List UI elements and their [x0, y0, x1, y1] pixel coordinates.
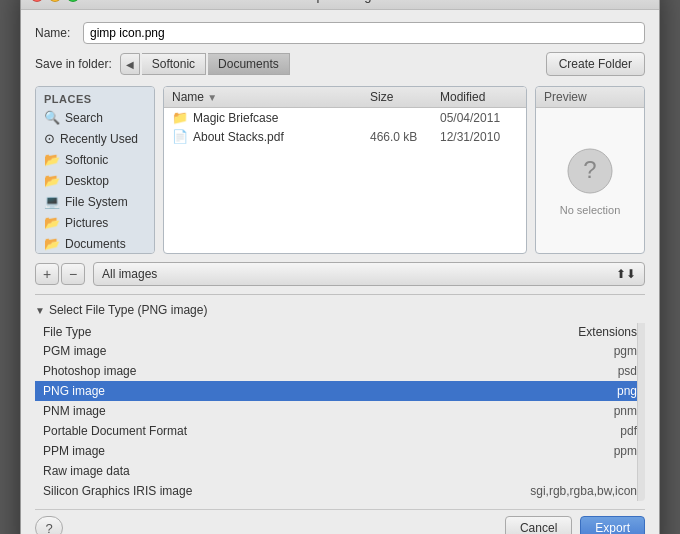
desktop-icon: 📂	[44, 173, 60, 188]
filetype-name: Raw image data	[35, 461, 385, 481]
filetype-name: Silicon Graphics IRIS image	[35, 481, 385, 501]
filetype-ext	[385, 461, 645, 481]
column-modified: Modified	[436, 90, 526, 104]
places-item-recently-used[interactable]: ⊙ Recently Used	[36, 128, 154, 149]
save-in-folder-label: Save in folder:	[35, 57, 112, 71]
export-image-dialog: Export Image Name: Save in folder: ◀ Sof…	[20, 0, 660, 534]
places-item-desktop[interactable]: 📂 Desktop	[36, 170, 154, 191]
filter-label: All images	[102, 267, 157, 281]
filetype-ext: psd	[385, 361, 645, 381]
maximize-button[interactable]	[67, 0, 79, 2]
add-remove-buttons: + −	[35, 263, 85, 285]
filetype-ext: pnm	[385, 401, 645, 421]
scrollbar[interactable]	[637, 323, 645, 501]
footer-buttons: Cancel Export	[505, 516, 645, 534]
table-row[interactable]: Photoshop image psd	[35, 361, 645, 381]
window-title: Export Image	[301, 0, 378, 3]
filetype-ext: sgi,rgb,rgba,bw,icon	[385, 481, 645, 501]
window-controls	[31, 0, 79, 2]
breadcrumb-softonic[interactable]: Softonic	[142, 53, 206, 75]
preview-panel: Preview ? No selection	[535, 86, 645, 254]
pdf-icon: 📄	[172, 129, 188, 144]
places-item-filesystem-label: File System	[65, 195, 128, 209]
sort-icon: ▼	[207, 92, 217, 103]
remove-bookmark-button[interactable]: −	[61, 263, 85, 285]
recently-used-icon: ⊙	[44, 131, 55, 146]
breadcrumb-documents[interactable]: Documents	[208, 53, 290, 75]
places-item-softonic[interactable]: 📂 Softonic	[36, 149, 154, 170]
preview-title: Preview	[536, 87, 644, 108]
preview-placeholder-icon: ?	[565, 146, 615, 196]
name-row: Name:	[35, 22, 645, 44]
filter-dropdown[interactable]: All images ⬆⬇	[93, 262, 645, 286]
files-panel: Name ▼ Size Modified 📁 Magic Briefcase 0…	[163, 86, 527, 254]
filetype-name: PPM image	[35, 441, 385, 461]
create-folder-button[interactable]: Create Folder	[546, 52, 645, 76]
filetype-name: PNM image	[35, 401, 385, 421]
file-size: 466.0 kB	[366, 130, 436, 144]
save-row: Save in folder: ◀ Softonic Documents Cre…	[35, 52, 645, 76]
help-button[interactable]: ?	[35, 516, 63, 534]
filetype-table: File Type Extensions PGM image pgm Photo…	[35, 323, 645, 501]
minimize-button[interactable]	[49, 0, 61, 2]
table-row[interactable]: 📁 Magic Briefcase 05/04/2011	[164, 108, 526, 127]
column-name: Name ▼	[164, 90, 366, 104]
preview-body: ? No selection	[536, 108, 644, 253]
table-row[interactable]: Portable Document Format pdf	[35, 421, 645, 441]
footer: ? Cancel Export	[35, 509, 645, 534]
places-panel: Places 🔍 Search ⊙ Recently Used 📂 Softon…	[35, 86, 155, 254]
files-header: Name ▼ Size Modified	[164, 87, 526, 108]
file-name: Magic Briefcase	[193, 111, 278, 125]
file-modified: 12/31/2010	[436, 130, 526, 144]
triangle-icon: ▼	[35, 305, 45, 316]
filetype-toggle-label: Select File Type (PNG image)	[49, 303, 208, 317]
name-label: Name:	[35, 26, 75, 40]
places-item-filesystem[interactable]: 💻 File System	[36, 191, 154, 212]
filetype-name: PNG image	[35, 381, 385, 401]
table-row[interactable]: PPM image ppm	[35, 441, 645, 461]
filetype-ext: png	[385, 381, 645, 401]
file-name: About Stacks.pdf	[193, 130, 284, 144]
export-button[interactable]: Export	[580, 516, 645, 534]
filetype-name: PGM image	[35, 341, 385, 361]
cancel-button[interactable]: Cancel	[505, 516, 572, 534]
table-row[interactable]: PNG image png	[35, 381, 645, 401]
filesystem-icon: 💻	[44, 194, 60, 209]
places-item-recently-used-label: Recently Used	[60, 132, 138, 146]
filetype-section: ▼ Select File Type (PNG image) File Type…	[35, 303, 645, 501]
dropdown-arrow-icon: ⬆⬇	[616, 267, 636, 281]
column-size: Size	[366, 90, 436, 104]
table-row[interactable]: PNM image pnm	[35, 401, 645, 421]
search-icon: 🔍	[44, 110, 60, 125]
places-item-documents-label: Documents	[65, 237, 126, 251]
filetype-col-type: File Type	[35, 323, 385, 341]
filename-input[interactable]	[83, 22, 645, 44]
places-title: Places	[36, 91, 154, 107]
table-row[interactable]: 📄 About Stacks.pdf 466.0 kB 12/31/2010	[164, 127, 526, 146]
file-modified: 05/04/2011	[436, 111, 526, 125]
filetype-col-ext: Extensions	[385, 323, 645, 341]
table-row[interactable]: Silicon Graphics IRIS image sgi,rgb,rgba…	[35, 481, 645, 501]
documents-icon: 📂	[44, 236, 60, 251]
table-row[interactable]: Raw image data	[35, 461, 645, 481]
places-item-search[interactable]: 🔍 Search	[36, 107, 154, 128]
pictures-icon: 📂	[44, 215, 60, 230]
file-name-cell: 📄 About Stacks.pdf	[164, 129, 366, 144]
add-bookmark-button[interactable]: +	[35, 263, 59, 285]
table-row[interactable]: PGM image pgm	[35, 341, 645, 361]
filetype-ext: pgm	[385, 341, 645, 361]
filetype-ext: ppm	[385, 441, 645, 461]
nav-back-button[interactable]: ◀	[120, 53, 140, 75]
svg-text:?: ?	[583, 156, 596, 183]
close-button[interactable]	[31, 0, 43, 2]
filetype-ext: pdf	[385, 421, 645, 441]
file-name-cell: 📁 Magic Briefcase	[164, 110, 366, 125]
filetype-toggle[interactable]: ▼ Select File Type (PNG image)	[35, 303, 645, 317]
window-body: Name: Save in folder: ◀ Softonic Documen…	[21, 10, 659, 534]
filetype-name: Photoshop image	[35, 361, 385, 381]
places-item-search-label: Search	[65, 111, 103, 125]
filetype-name: Portable Document Format	[35, 421, 385, 441]
places-item-pictures[interactable]: 📂 Pictures	[36, 212, 154, 233]
places-item-documents[interactable]: 📂 Documents	[36, 233, 154, 254]
titlebar: Export Image	[21, 0, 659, 10]
